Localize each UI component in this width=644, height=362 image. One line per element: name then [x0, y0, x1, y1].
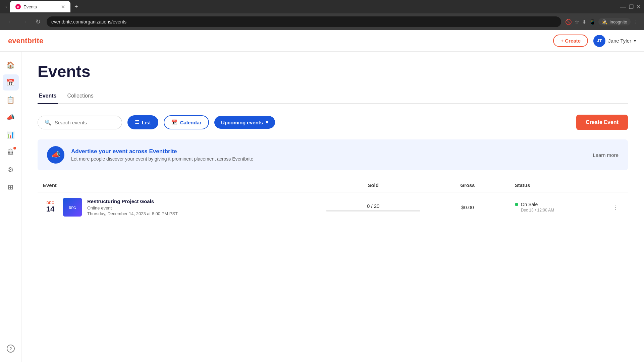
address-bar[interactable]: eventbrite.com/organizations/events — [47, 16, 561, 27]
page-tabs: Events Collections — [38, 89, 628, 104]
sidebar-item-events[interactable]: 📅 — [3, 74, 19, 90]
event-date: DEC 14 — [43, 201, 58, 214]
learn-more-link[interactable]: Learn more — [593, 152, 619, 158]
calendar-view-button[interactable]: 📅 Calendar — [164, 115, 209, 129]
calendar-label: Calendar — [180, 120, 202, 125]
list-view-button[interactable]: ☰ List — [127, 115, 158, 129]
new-tab-button[interactable]: + — [72, 2, 81, 12]
toolbar: 🔍 ☰ List 📅 Calendar Upcoming events ▾ Cr… — [38, 115, 628, 130]
upcoming-chevron-icon: ▾ — [266, 119, 268, 125]
event-name: Restructuring Project Goals — [87, 198, 326, 204]
tab-collections[interactable]: Collections — [66, 89, 95, 104]
user-name: Jane Tyler — [608, 38, 631, 44]
forward-button[interactable]: → — [19, 17, 30, 27]
browser-chrome: ‹ e Events ✕ + — ❐ ✕ ← → ↻ eventbrite.co… — [0, 0, 644, 30]
svg-text:RPG: RPG — [69, 206, 76, 210]
status-label: On Sale — [521, 202, 538, 207]
sold-cell: 0 / 20 — [326, 203, 420, 212]
banner-title: Advertise your event across Eventbrite — [71, 148, 586, 155]
sidebar-item-help[interactable]: ? — [3, 341, 19, 357]
event-info: Restructuring Project Goals Online event… — [87, 198, 326, 216]
sidebar-item-orders[interactable]: 📋 — [3, 92, 19, 108]
url-text: eventbrite.com/organizations/events — [51, 19, 126, 24]
app: eventbrite + Create JT Jane Tyler ▾ 🏠 📅 — [0, 30, 644, 362]
home-icon: 🏠 — [6, 61, 15, 69]
event-cell: DEC 14 — [43, 198, 326, 217]
user-initials: JT — [597, 38, 602, 43]
megaphone-icon: 📣 — [51, 150, 60, 159]
sidebar-item-apps[interactable]: ⊞ — [3, 179, 19, 195]
sold-value: 0 / 20 — [326, 203, 420, 209]
maximize-button[interactable]: ❐ — [629, 4, 634, 10]
event-day: 14 — [46, 205, 54, 214]
user-avatar: JT — [593, 35, 605, 47]
tab-events[interactable]: Events — [38, 89, 58, 104]
orders-icon: 📋 — [6, 96, 15, 104]
calendar-icon: 📅 — [6, 78, 15, 86]
content-layout: 🏠 📅 📋 📣 📊 🏛 ⚙ ⊞ — [0, 52, 644, 362]
bookmark-icon[interactable]: ☆ — [575, 19, 579, 25]
tab-collections-label: Collections — [67, 93, 93, 99]
window-close-button[interactable]: ✕ — [636, 4, 641, 10]
search-input[interactable] — [55, 120, 115, 125]
advertise-banner: 📣 Advertise your event across Eventbrite… — [38, 139, 628, 170]
actions-cell: ⋮ — [609, 202, 623, 212]
search-box[interactable]: 🔍 — [38, 116, 122, 129]
refresh-button[interactable]: ↻ — [34, 17, 43, 27]
sidebar-item-home[interactable]: 🏠 — [3, 57, 19, 73]
back-button[interactable]: ← — [5, 17, 15, 27]
tabs-container: ‹ e Events ✕ + — [3, 1, 81, 12]
phone-icon[interactable]: 📱 — [589, 19, 596, 25]
table-header: Event Sold Gross Status — [38, 178, 628, 192]
create-event-button[interactable]: Create Event — [576, 115, 628, 130]
tab-scroll-left[interactable]: ‹ — [3, 3, 9, 10]
calendar-view-icon: 📅 — [171, 119, 177, 125]
page-title: Events — [38, 62, 628, 81]
sidebar-item-finances[interactable]: 🏛 — [3, 144, 19, 160]
event-month: DEC — [46, 201, 54, 205]
settings-icon: ⚙ — [8, 166, 14, 174]
sidebar-item-settings[interactable]: ⚙ — [3, 162, 19, 178]
nav-right: + Create JT Jane Tyler ▾ — [553, 35, 636, 47]
user-chevron-icon: ▾ — [634, 39, 636, 43]
status-cell: On Sale Dec 13 • 12:00 AM — [515, 202, 609, 213]
upcoming-filter-button[interactable]: Upcoming events ▾ — [214, 116, 275, 129]
upcoming-label: Upcoming events — [221, 120, 263, 125]
tab-favicon: e — [15, 4, 21, 9]
sidebar-item-reports[interactable]: 📊 — [3, 127, 19, 143]
tab-title: Events — [23, 4, 58, 9]
menu-icon[interactable]: ⋮ — [633, 19, 639, 25]
learn-more-label: Learn more — [593, 152, 619, 158]
header-status: Status — [515, 182, 609, 188]
sidebar-item-marketing[interactable]: 📣 — [3, 109, 19, 125]
more-actions-button[interactable]: ⋮ — [610, 202, 622, 212]
search-icon: 🔍 — [45, 119, 51, 126]
sold-bar — [326, 210, 420, 212]
banner-text: Advertise your event across Eventbrite L… — [71, 148, 586, 162]
incognito-label: Incognito — [609, 19, 627, 24]
create-event-label: Create Event — [586, 119, 619, 125]
download-icon[interactable]: ⬇ — [582, 19, 586, 25]
events-table: Event Sold Gross Status DEC 14 — [38, 178, 628, 222]
status-dot — [515, 203, 518, 206]
tab-close-button[interactable]: ✕ — [61, 4, 65, 9]
logo[interactable]: eventbrite — [8, 37, 43, 45]
favicon-letter: e — [17, 5, 19, 9]
browser-nav-bar: ← → ↻ eventbrite.com/organizations/event… — [0, 13, 644, 30]
event-datetime: Thursday, December 14, 2023 at 8:00 PM P… — [87, 211, 326, 216]
tab-events[interactable]: e Events ✕ — [10, 1, 70, 12]
event-thumb-image: RPG — [63, 198, 82, 217]
event-thumbnail: RPG — [63, 198, 82, 217]
minimize-button[interactable]: — — [620, 3, 626, 10]
create-button[interactable]: + Create — [553, 35, 588, 47]
incognito-badge: 🕵 Incognito — [598, 18, 631, 25]
banner-icon: 📣 — [47, 146, 64, 164]
header-event: Event — [43, 182, 326, 188]
banner-description: Let more people discover your event by g… — [71, 156, 586, 162]
gross-value: $0.00 — [461, 204, 474, 210]
apps-icon: ⊞ — [8, 183, 13, 191]
marketing-icon: 📣 — [6, 113, 15, 121]
status-date: Dec 13 • 12:00 AM — [521, 208, 554, 213]
header-sold: Sold — [326, 182, 420, 188]
user-menu-button[interactable]: JT Jane Tyler ▾ — [593, 35, 636, 47]
